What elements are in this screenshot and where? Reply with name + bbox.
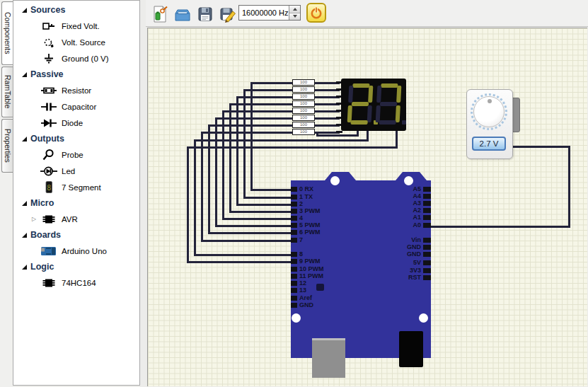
save-circuit-as-button[interactable] [217,4,238,24]
wire-segment[interactable] [243,89,294,91]
arduino-uno-board[interactable]: 0 RX1 TX23 PWM45 PWM6 PWM789 PWM10 PWM11… [291,172,431,358]
tree-item-probe[interactable]: Probe [13,146,139,163]
frequency-value[interactable]: 16000000 Hz [239,8,289,17]
tree-item-resistor[interactable]: Resistor [13,82,139,98]
open-circuit-button[interactable] [172,4,192,24]
frequency-spinbox[interactable]: 16000000 Hz [238,5,301,21]
new-circuit-button[interactable] [149,4,170,24]
tree-item-7-segment[interactable]: 87 Segment [13,179,139,195]
arduino-pin-11[interactable] [289,274,297,279]
wire-segment[interactable] [187,146,398,149]
arduino-pin-3V3[interactable] [423,268,433,273]
arduino-pin-GND[interactable] [423,245,433,250]
wire-segment[interactable] [236,96,238,206]
wire-segment[interactable] [208,232,292,234]
wire-segment[interactable] [215,117,217,227]
resistor-100[interactable]: 100 [292,86,315,93]
wire-segment[interactable] [194,254,292,256]
arduino-pin-5V[interactable] [423,260,433,265]
tree-item-arduino-uno[interactable]: Arduino Uno [13,243,139,259]
wire-segment[interactable] [215,117,294,120]
wire-segment[interactable] [316,134,359,137]
display-pin[interactable] [336,131,342,133]
wire-segment[interactable] [250,82,253,191]
voltage-source-component[interactable]: 2.7 V [466,89,513,159]
resistor-100[interactable]: 100 [292,79,315,86]
resistor-100[interactable]: 100 [292,108,315,114]
up-arrow-icon [293,8,297,11]
resistor-100[interactable]: 100 [292,93,315,100]
resistor-100[interactable]: 100 [292,100,315,107]
wire-segment[interactable] [568,146,570,228]
item-label: Diode [62,119,83,127]
tree-category-passive[interactable]: Passive [13,67,139,82]
wire-segment[interactable] [229,211,292,213]
resistor-100[interactable]: 100 [292,115,315,121]
wire-segment[interactable] [187,261,292,263]
wire-segment[interactable] [222,110,294,112]
arduino-pin-12[interactable] [289,281,297,286]
arduino-pin-A5[interactable] [423,187,433,192]
tree-item-diode[interactable]: Diode [13,115,139,131]
tree-category-outputs[interactable]: Outputs [13,131,139,146]
tree-category-logic[interactable]: Logic [13,259,139,275]
wire-segment[interactable] [201,132,294,134]
arduino-pin-A4[interactable] [423,194,433,199]
tree-item-74hc164[interactable]: 74HC164 [13,275,139,291]
wire-segment[interactable] [431,226,570,228]
wire-segment[interactable] [396,128,398,149]
arduino-pin-10[interactable] [289,267,297,272]
wire-segment[interactable] [236,96,294,98]
arduino-pin-A2[interactable] [423,208,433,213]
tab-ramtable[interactable]: RamTable [1,67,13,117]
save-circuit-button[interactable] [195,4,215,24]
wire-segment[interactable] [250,189,292,191]
wire-segment[interactable] [243,197,292,199]
tab-components[interactable]: Components [1,1,13,65]
power-button[interactable] [306,3,326,23]
wire-segment[interactable] [215,225,292,227]
tree-category-boards[interactable]: Boards [13,227,139,243]
pin-label: 5V [413,259,421,266]
spin-down-button[interactable] [289,13,300,21]
wire-segment[interactable] [250,82,294,84]
tree-category-sources[interactable]: Sources [13,2,139,18]
arduino-pin-RST[interactable] [423,275,433,280]
tree-item-capacitor[interactable]: Capacitor [13,98,139,115]
tree-item-fixed-volt-[interactable]: Fixed Volt. [13,18,139,34]
wire-segment[interactable] [208,125,294,127]
seven-segment-display[interactable] [341,79,406,131]
wire-segment[interactable] [506,146,570,148]
tree-item-avr[interactable]: ▷AVR [13,211,139,227]
arduino-pin-13[interactable] [289,288,297,293]
wire-segment[interactable] [222,110,224,220]
tree-category-micro[interactable]: Micro [13,195,139,211]
spin-up-button[interactable] [289,6,300,13]
wire-segment[interactable] [201,240,292,242]
wire-segment[interactable] [222,218,292,220]
wire-segment[interactable] [194,139,196,256]
arduino-pin-GND[interactable] [289,303,297,308]
tree-item-ground-0-v-[interactable]: Ground (0 V) [13,50,139,67]
display-digit2 [375,83,401,125]
wire-segment[interactable] [243,89,246,199]
wire-segment[interactable] [194,139,369,141]
arduino-pin-GND[interactable] [423,252,433,257]
arduino-pin-A3[interactable] [423,201,433,206]
wire-segment[interactable] [229,103,294,105]
pin-label: 1 TX [299,193,313,200]
knob-indicator-dot [488,99,492,103]
tree-item-led[interactable]: Led [13,163,139,179]
arduino-pin-Aref[interactable] [289,296,297,301]
arduino-pin-A1[interactable] [423,215,433,220]
item-label: 74HC164 [62,279,96,287]
tab-properties[interactable]: Properties [1,119,13,173]
schematic-canvas[interactable]: 2.7 V 0 RX1 TX23 PWM45 PWM6 PWM789 PWM10… [147,28,587,386]
wire-segment[interactable] [229,103,231,213]
wire-segment[interactable] [187,146,189,263]
tree-item-volt-source[interactable]: Volt. Source [13,34,139,50]
arduino-pin-Vin[interactable] [423,238,433,243]
wire-segment[interactable] [236,204,292,206]
resistor-100[interactable]: 100 [292,122,315,128]
resistor-100[interactable]: 100 [292,129,315,135]
